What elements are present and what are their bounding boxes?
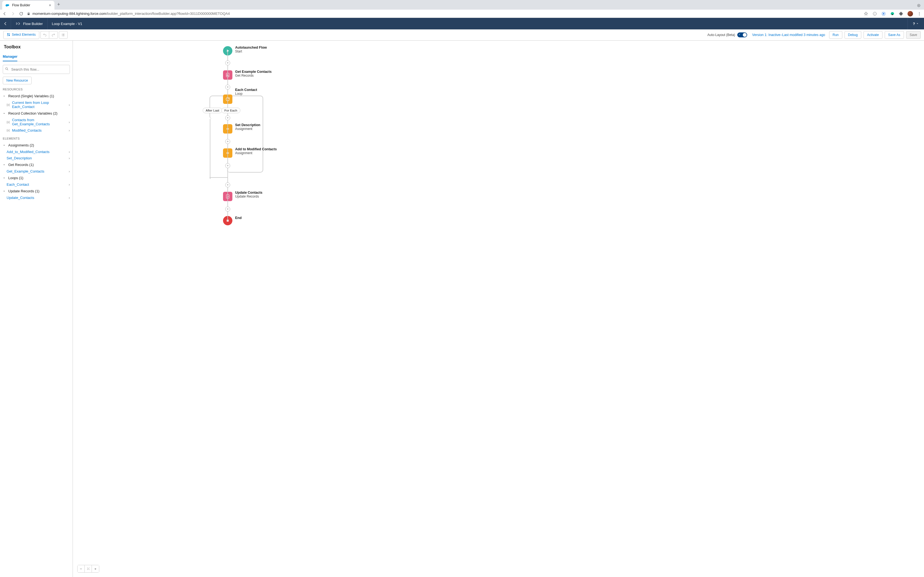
auto-layout-toggle[interactable]: ✓: [737, 32, 747, 37]
flow-builder-icon: [15, 21, 20, 26]
group-get-records[interactable]: Get Records (1): [3, 161, 70, 168]
leaf-each-contact[interactable]: Each_Contact ›: [3, 181, 70, 188]
app-header: Flow Builder Loop Example - V1 ?: [0, 18, 924, 29]
forward-button[interactable]: [10, 11, 15, 16]
chevron-right-icon: ›: [69, 182, 70, 187]
leaf-set-description[interactable]: Set_Description ›: [3, 155, 70, 161]
svg-point-5: [919, 12, 919, 13]
browser-tab[interactable]: Flow Builder ×: [2, 1, 55, 10]
settings-button[interactable]: [59, 31, 68, 39]
new-resource-button[interactable]: New Resource: [3, 77, 32, 84]
search-input[interactable]: [3, 65, 70, 74]
chevron-right-icon: ›: [69, 150, 70, 154]
check-icon: ✓: [738, 33, 741, 36]
update-title: Update Contacts: [235, 191, 290, 195]
kebab-menu-icon[interactable]: [917, 11, 922, 16]
group-assignments[interactable]: Assignments (2): [3, 142, 70, 149]
variable-icon: {x}: [6, 129, 10, 132]
info-icon[interactable]: [872, 11, 877, 16]
group-update-records[interactable]: Update Records (1): [3, 188, 70, 195]
add-mod-subtitle: Assignment: [235, 151, 290, 155]
add-element-button[interactable]: +: [225, 163, 230, 168]
variable-icon: {x}: [6, 103, 10, 106]
leaf-modified-contacts[interactable]: {x}Modified_Contacts ›: [3, 127, 70, 134]
reload-button[interactable]: [19, 11, 24, 16]
select-elements-button[interactable]: Select Elements: [3, 31, 39, 39]
loop-title: Each Contact: [235, 88, 290, 92]
group-record-collection[interactable]: Record Collection Variables (2): [3, 110, 70, 117]
undo-button[interactable]: [40, 31, 49, 39]
star-icon[interactable]: [864, 11, 869, 16]
add-element-button[interactable]: +: [225, 206, 230, 211]
minimize-window-icon[interactable]: [914, 2, 924, 10]
redo-button[interactable]: [49, 31, 58, 39]
new-tab-button[interactable]: +: [55, 0, 63, 10]
save-as-button[interactable]: Save As: [885, 31, 904, 39]
start-title: Autolaunched Flow: [235, 46, 290, 50]
address-bar[interactable]: momentum-computing-884.lightning.force.c…: [27, 11, 860, 16]
extension-icon-2[interactable]: [890, 11, 895, 16]
leaf-get-example-contacts[interactable]: Get_Example_Contacts ›: [3, 168, 70, 174]
end-title: End: [235, 216, 290, 220]
svg-point-13: [5, 68, 7, 69]
group-record-single[interactable]: Record (Single) Variables (1): [3, 93, 70, 100]
add-element-button[interactable]: +: [225, 115, 230, 120]
flow-canvas[interactable]: Autolaunched Flow Start + Get Example Co…: [73, 41, 924, 577]
start-subtitle: Start: [235, 50, 290, 53]
search-icon: [5, 67, 9, 71]
elements-heading: ELEMENTS: [3, 137, 70, 140]
chevron-down-icon: [3, 144, 6, 147]
group-loops[interactable]: Loops (1): [3, 174, 70, 181]
zoom-in-button[interactable]: +: [92, 565, 99, 572]
expand-icon: [87, 567, 90, 571]
debug-button[interactable]: Debug: [845, 31, 861, 39]
tab-title: Flow Builder: [12, 3, 47, 7]
close-icon[interactable]: ×: [49, 3, 51, 7]
back-button[interactable]: [2, 11, 7, 16]
leaf-current-item[interactable]: {x}Current Item from Loop Each_Contact ›: [3, 100, 70, 110]
save-button[interactable]: Save: [906, 31, 921, 39]
get-subtitle: Get Records: [235, 74, 290, 77]
flow-name: Loop Example - V1: [48, 18, 87, 29]
extensions-icon[interactable]: [899, 11, 904, 16]
activate-button[interactable]: Activate: [864, 31, 882, 39]
svg-point-6: [919, 13, 919, 14]
lock-icon: [27, 12, 30, 15]
toolbox-title: Toolbox: [3, 44, 70, 52]
leaf-update-contacts[interactable]: Update_Contacts ›: [3, 195, 70, 201]
zoom-out-button[interactable]: −: [78, 565, 85, 572]
chevron-right-icon: ›: [69, 120, 70, 124]
add-element-button[interactable]: +: [225, 182, 230, 187]
chevron-right-icon: ›: [69, 128, 70, 132]
redo-icon: [52, 33, 55, 37]
tab-manager[interactable]: Manager: [3, 52, 17, 61]
add-element-button[interactable]: +: [225, 85, 230, 90]
fit-button[interactable]: [85, 565, 92, 572]
variable-icon: {x}: [6, 121, 10, 124]
get-title: Get Example Contacts: [235, 70, 290, 74]
salesforce-cloud-icon: [5, 3, 10, 7]
svg-point-12: [63, 34, 64, 35]
leaf-add-to-modified[interactable]: Add_to_Modified_Contacts ›: [3, 149, 70, 155]
edge-for-each: For Each: [221, 108, 240, 113]
avatar[interactable]: [908, 11, 913, 16]
chevron-right-icon: ›: [69, 156, 70, 160]
header-back-button[interactable]: [0, 18, 11, 29]
loop-subtitle: Loop: [235, 92, 290, 96]
add-element-button[interactable]: +: [225, 139, 230, 144]
toolbar: Select Elements Auto-Layout (Beta) ✓ Ver…: [0, 29, 924, 41]
chevron-right-icon: ›: [69, 103, 70, 107]
loop-frame-right: [227, 96, 263, 172]
run-button[interactable]: Run: [829, 31, 842, 39]
add-element-button[interactable]: +: [225, 60, 230, 65]
extension-icon-1[interactable]: [881, 11, 886, 16]
chevron-down-icon: [3, 112, 6, 115]
chevron-down-icon: [3, 177, 6, 179]
resources-heading: RESOURCES: [3, 88, 70, 91]
chevron-down-icon: [3, 190, 6, 193]
app-name-section: Flow Builder: [11, 18, 48, 29]
help-menu[interactable]: ?: [908, 18, 924, 29]
svg-point-1: [918, 5, 919, 6]
leaf-contacts-from[interactable]: {x}Contacts from Get_Example_Contacts ›: [3, 117, 70, 127]
undo-icon: [43, 33, 47, 37]
